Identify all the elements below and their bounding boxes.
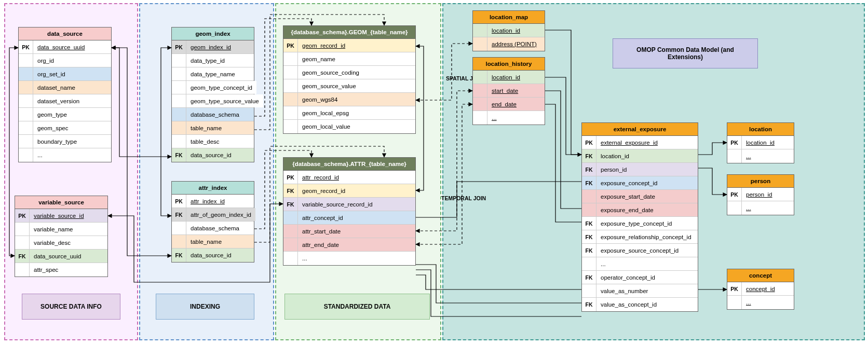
key-cell: FK bbox=[172, 208, 186, 221]
column-name: address (POINT) bbox=[487, 37, 545, 51]
key-cell bbox=[582, 203, 596, 216]
column-name: attr_end_date bbox=[298, 238, 415, 251]
zone-label-text: STANDARDIZED DATA bbox=[324, 303, 391, 310]
table-row: FKperson_id bbox=[582, 163, 698, 176]
table-row: ... bbox=[727, 201, 794, 215]
column-name: person_id bbox=[742, 188, 794, 201]
table-row: exposure_end_date bbox=[582, 203, 698, 217]
table-row: attr_end_date bbox=[283, 238, 415, 252]
key-cell bbox=[15, 236, 30, 249]
column-name: exposure_concept_id bbox=[596, 176, 698, 189]
column-name: data_source_id bbox=[186, 148, 254, 162]
table-concept: concept PKconcept_id... bbox=[727, 269, 794, 310]
column-name: attr_spec bbox=[30, 263, 107, 277]
table-location-map: location_map location_idaddress (POINT) bbox=[472, 10, 545, 51]
table-row: FKoperator_concept_id bbox=[582, 271, 698, 284]
column-name: data_source_uuid bbox=[33, 40, 111, 53]
table-row: boundary_type bbox=[19, 135, 111, 148]
table-row: table_name bbox=[172, 121, 254, 135]
zone-label-indexing: INDEXING bbox=[156, 294, 254, 320]
column-name: location_id bbox=[742, 136, 794, 149]
table-title: data_source bbox=[19, 27, 111, 40]
column-name: ... bbox=[298, 252, 415, 265]
table-row: geom_type_source_value bbox=[172, 94, 254, 108]
column-name: dataset_name bbox=[33, 81, 111, 94]
table-title: external_exposure bbox=[582, 123, 698, 136]
key-cell: PK bbox=[582, 136, 596, 149]
column-name: attr_of_geom_index_id bbox=[186, 208, 255, 221]
table-title: location_map bbox=[473, 11, 545, 24]
table-row: geom_spec bbox=[19, 121, 111, 135]
table-attr-index: attr_index PKattr_index_idFKattr_of_geom… bbox=[171, 181, 254, 263]
key-cell: PK bbox=[19, 40, 33, 53]
column-name: start_date bbox=[487, 84, 545, 97]
column-name: database_schema bbox=[186, 108, 254, 121]
key-cell bbox=[473, 84, 487, 97]
column-name: value_as_concept_id bbox=[596, 298, 698, 311]
key-cell bbox=[19, 81, 33, 94]
table-geom-index: geom_index PKgeom_index_iddata_type_idda… bbox=[171, 27, 254, 162]
key-cell: FK bbox=[15, 250, 30, 263]
key-cell bbox=[473, 71, 487, 84]
key-cell bbox=[172, 121, 186, 134]
column-name: external_exposure_id bbox=[596, 136, 698, 149]
key-cell: FK bbox=[582, 244, 596, 257]
table-title: {database_schema}.ATTR_{table_name} bbox=[283, 158, 415, 171]
table-title: {database_schema}.GEOM_{table_name} bbox=[283, 26, 415, 39]
table-row: exposure_start_date bbox=[582, 190, 698, 203]
table-row: attr_spec bbox=[15, 263, 107, 277]
key-cell bbox=[19, 54, 33, 67]
column-name: location_id bbox=[487, 71, 545, 84]
key-cell: FK bbox=[582, 176, 596, 189]
key-cell bbox=[283, 106, 298, 119]
key-cell: FK bbox=[172, 148, 186, 162]
key-cell bbox=[19, 108, 33, 121]
table-rows: PKperson_id... bbox=[727, 188, 794, 215]
column-name: attr_record_id bbox=[298, 171, 415, 184]
column-name: geom_type_source_value bbox=[186, 94, 263, 107]
table-rows: PKlocation_id... bbox=[727, 136, 794, 163]
key-cell bbox=[19, 135, 33, 148]
table-row: ... bbox=[727, 296, 794, 309]
temporal-join-label: TEMPORAL JOIN bbox=[441, 195, 486, 201]
key-cell: PK bbox=[172, 40, 186, 53]
column-name: geom_spec bbox=[33, 121, 111, 134]
table-row: dataset_version bbox=[19, 94, 111, 108]
zone-label-standard: STANDARDIZED DATA bbox=[284, 294, 430, 320]
column-name: concept_id bbox=[742, 282, 794, 295]
table-rows: PKattr_record_idFKgeom_record_idFKvariab… bbox=[283, 171, 415, 265]
column-name: data_source_uuid bbox=[30, 250, 107, 263]
column-name: location_id bbox=[487, 24, 545, 37]
key-cell bbox=[283, 211, 298, 224]
table-row: end_date bbox=[473, 98, 545, 111]
table-row: PKgeom_record_id bbox=[283, 39, 415, 52]
table-external-exposure: external_exposure PKexternal_exposure_id… bbox=[581, 122, 698, 312]
table-row: geom_local_epsg bbox=[283, 106, 415, 120]
column-name: ... bbox=[742, 296, 794, 309]
key-cell: FK bbox=[582, 230, 596, 243]
key-cell bbox=[283, 225, 298, 238]
key-cell bbox=[283, 238, 298, 251]
column-name: variable_desc bbox=[30, 236, 107, 249]
table-row: FKexposure_source_concept_id bbox=[582, 244, 698, 257]
table-row: PKexternal_exposure_id bbox=[582, 136, 698, 149]
table-row: FKexposure_relationship_concept_id bbox=[582, 230, 698, 244]
table-row: geom_type_concept_id bbox=[172, 81, 254, 94]
table-title: geom_index bbox=[172, 27, 254, 40]
table-title: variable_source bbox=[15, 196, 107, 209]
table-row: FKlocation_id bbox=[582, 149, 698, 163]
table-row: location_id bbox=[473, 24, 545, 37]
table-rows: location_idaddress (POINT) bbox=[473, 24, 545, 51]
table-rows: PKconcept_id... bbox=[727, 282, 794, 309]
table-title: location_history bbox=[473, 58, 545, 71]
key-cell bbox=[727, 149, 742, 163]
table-row: data_type_id bbox=[172, 54, 254, 67]
table-row: ... bbox=[283, 252, 415, 265]
key-cell bbox=[283, 93, 298, 106]
table-person: person PKperson_id... bbox=[727, 174, 794, 215]
key-cell bbox=[473, 98, 487, 111]
table-row: variable_desc bbox=[15, 236, 107, 250]
column-name: operator_concept_id bbox=[596, 271, 698, 284]
key-cell bbox=[473, 111, 487, 125]
table-location-history: location_history location_idstart_dateen… bbox=[472, 57, 545, 125]
